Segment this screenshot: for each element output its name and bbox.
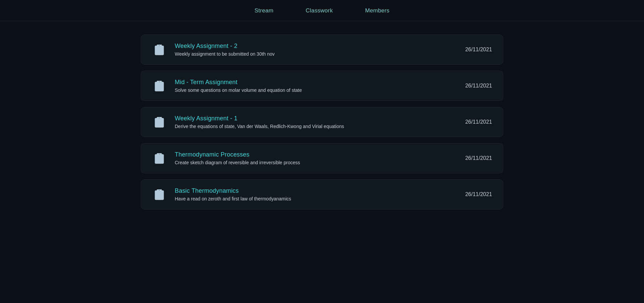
assignment-title: Weekly Assignment - 1 [175, 115, 344, 122]
clipboard-icon [152, 187, 167, 202]
assignment-date: 26/11/2021 [465, 119, 492, 125]
assignment-card-mid-term[interactable]: Mid - Term Assignment Solve some questio… [141, 71, 503, 101]
assignment-description: Solve some questions on molar volume and… [175, 87, 302, 93]
assignment-description: Create sketch diagram of reversible and … [175, 160, 300, 165]
clipboard-icon [152, 42, 167, 57]
assignment-date: 26/11/2021 [465, 47, 492, 53]
assignment-date: 26/11/2021 [465, 191, 492, 197]
assignment-title: Weekly Assignment - 2 [175, 43, 275, 50]
assignment-card-weekly-1[interactable]: Weekly Assignment - 1 Derive the equatio… [141, 107, 503, 137]
nav-item-members[interactable]: Members [362, 6, 392, 15]
card-left: Basic Thermodynamics Have a read on zero… [152, 187, 291, 202]
clipboard-icon [152, 115, 167, 129]
nav-item-classwork[interactable]: Classwork [303, 6, 335, 15]
card-left: Weekly Assignment - 2 Weekly assignment … [152, 42, 275, 57]
clipboard-icon [152, 78, 167, 93]
assignment-description: Have a read on zeroth and first law of t… [175, 196, 291, 201]
content-area: Weekly Assignment - 2 Weekly assignment … [134, 35, 510, 209]
card-text: Mid - Term Assignment Solve some questio… [175, 79, 302, 93]
card-left: Weekly Assignment - 1 Derive the equatio… [152, 115, 344, 129]
assignment-title: Thermodynamic Processes [175, 151, 300, 158]
assignment-title: Mid - Term Assignment [175, 79, 302, 86]
clipboard-icon [152, 151, 167, 166]
assignment-card-thermo-processes[interactable]: Thermodynamic Processes Create sketch di… [141, 143, 503, 173]
nav-item-stream[interactable]: Stream [252, 6, 276, 15]
card-text: Thermodynamic Processes Create sketch di… [175, 151, 300, 165]
assignment-date: 26/11/2021 [465, 83, 492, 89]
assignment-description: Weekly assignment to be submitted on 30t… [175, 51, 275, 57]
card-text: Weekly Assignment - 2 Weekly assignment … [175, 43, 275, 57]
card-left: Mid - Term Assignment Solve some questio… [152, 78, 302, 93]
assignment-title: Basic Thermodynamics [175, 187, 291, 194]
assignment-card-basic-thermo[interactable]: Basic Thermodynamics Have a read on zero… [141, 179, 503, 209]
card-left: Thermodynamic Processes Create sketch di… [152, 151, 300, 166]
navigation-bar: StreamClassworkMembers [0, 0, 644, 21]
card-text: Weekly Assignment - 1 Derive the equatio… [175, 115, 344, 129]
assignment-card-weekly-2[interactable]: Weekly Assignment - 2 Weekly assignment … [141, 35, 503, 65]
card-text: Basic Thermodynamics Have a read on zero… [175, 187, 291, 201]
assignment-description: Derive the equations of state, Van der W… [175, 124, 344, 129]
assignment-date: 26/11/2021 [465, 155, 492, 161]
